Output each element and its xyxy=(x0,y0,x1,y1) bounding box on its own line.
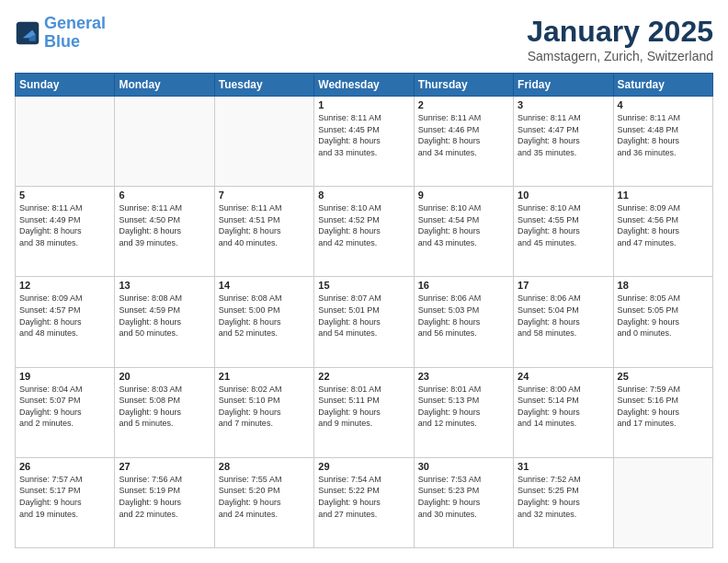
day-number: 2 xyxy=(418,99,509,110)
calendar-week-3: 19Sunrise: 8:04 AM Sunset: 5:07 PM Dayli… xyxy=(16,367,713,457)
day-info: Sunrise: 8:11 AM Sunset: 4:46 PM Dayligh… xyxy=(418,112,509,158)
day-header-friday: Friday xyxy=(514,74,613,97)
calendar-cell xyxy=(115,97,214,187)
day-number: 20 xyxy=(119,371,210,382)
day-info: Sunrise: 8:06 AM Sunset: 5:03 PM Dayligh… xyxy=(418,293,509,339)
calendar-cell: 29Sunrise: 7:54 AM Sunset: 5:22 PM Dayli… xyxy=(314,457,414,547)
calendar-cell: 9Sunrise: 8:10 AM Sunset: 4:54 PM Daylig… xyxy=(414,187,513,277)
calendar-cell: 12Sunrise: 8:09 AM Sunset: 4:57 PM Dayli… xyxy=(16,277,115,367)
calendar-cell xyxy=(214,97,313,187)
logo-general: General xyxy=(44,14,106,32)
day-header-monday: Monday xyxy=(115,74,214,97)
day-info: Sunrise: 8:10 AM Sunset: 4:55 PM Dayligh… xyxy=(518,202,609,248)
calendar-week-4: 26Sunrise: 7:57 AM Sunset: 5:17 PM Dayli… xyxy=(16,457,713,547)
day-header-tuesday: Tuesday xyxy=(214,74,313,97)
calendar-cell: 24Sunrise: 8:00 AM Sunset: 5:14 PM Dayli… xyxy=(514,367,613,457)
calendar-cell: 8Sunrise: 8:10 AM Sunset: 4:52 PM Daylig… xyxy=(314,187,414,277)
calendar-cell: 1Sunrise: 8:11 AM Sunset: 4:45 PM Daylig… xyxy=(314,97,414,187)
day-info: Sunrise: 7:55 AM Sunset: 5:20 PM Dayligh… xyxy=(219,474,310,520)
day-header-saturday: Saturday xyxy=(613,74,712,97)
calendar-cell: 14Sunrise: 8:08 AM Sunset: 5:00 PM Dayli… xyxy=(214,277,313,367)
calendar-cell: 17Sunrise: 8:06 AM Sunset: 5:04 PM Dayli… xyxy=(514,277,613,367)
calendar-cell: 11Sunrise: 8:09 AM Sunset: 4:56 PM Dayli… xyxy=(613,187,712,277)
logo-icon xyxy=(15,20,40,46)
calendar-cell: 22Sunrise: 8:01 AM Sunset: 5:11 PM Dayli… xyxy=(314,367,414,457)
calendar-table: SundayMondayTuesdayWednesdayThursdayFrid… xyxy=(15,73,713,548)
day-info: Sunrise: 8:01 AM Sunset: 5:11 PM Dayligh… xyxy=(318,384,409,430)
header: General Blue January 2025 Samstagern, Zu… xyxy=(15,15,713,63)
calendar-cell: 2Sunrise: 8:11 AM Sunset: 4:46 PM Daylig… xyxy=(414,97,513,187)
calendar-cell xyxy=(16,97,115,187)
calendar-week-1: 5Sunrise: 8:11 AM Sunset: 4:49 PM Daylig… xyxy=(16,187,713,277)
day-number: 23 xyxy=(418,371,509,382)
day-number: 14 xyxy=(219,280,310,291)
calendar-cell: 6Sunrise: 8:11 AM Sunset: 4:50 PM Daylig… xyxy=(115,187,214,277)
day-number: 27 xyxy=(119,461,210,472)
day-number: 9 xyxy=(418,190,509,201)
day-header-thursday: Thursday xyxy=(414,74,513,97)
day-info: Sunrise: 8:10 AM Sunset: 4:52 PM Dayligh… xyxy=(318,202,409,248)
day-number: 11 xyxy=(618,190,709,201)
day-header-sunday: Sunday xyxy=(16,74,115,97)
day-info: Sunrise: 8:06 AM Sunset: 5:04 PM Dayligh… xyxy=(518,293,609,339)
day-info: Sunrise: 8:11 AM Sunset: 4:45 PM Dayligh… xyxy=(318,112,409,158)
day-info: Sunrise: 8:03 AM Sunset: 5:08 PM Dayligh… xyxy=(119,384,210,430)
day-info: Sunrise: 8:11 AM Sunset: 4:50 PM Dayligh… xyxy=(119,202,210,248)
calendar-cell: 23Sunrise: 8:01 AM Sunset: 5:13 PM Dayli… xyxy=(414,367,513,457)
calendar-cell: 4Sunrise: 8:11 AM Sunset: 4:48 PM Daylig… xyxy=(613,97,712,187)
day-info: Sunrise: 8:08 AM Sunset: 4:59 PM Dayligh… xyxy=(119,293,210,339)
calendar-cell: 16Sunrise: 8:06 AM Sunset: 5:03 PM Dayli… xyxy=(414,277,513,367)
day-info: Sunrise: 8:08 AM Sunset: 5:00 PM Dayligh… xyxy=(219,293,310,339)
day-number: 8 xyxy=(318,190,409,201)
calendar-week-2: 12Sunrise: 8:09 AM Sunset: 4:57 PM Dayli… xyxy=(16,277,713,367)
logo: General Blue xyxy=(15,15,106,52)
calendar-cell: 28Sunrise: 7:55 AM Sunset: 5:20 PM Dayli… xyxy=(214,457,313,547)
day-info: Sunrise: 8:02 AM Sunset: 5:10 PM Dayligh… xyxy=(219,384,310,430)
day-info: Sunrise: 7:53 AM Sunset: 5:23 PM Dayligh… xyxy=(418,474,509,520)
day-number: 18 xyxy=(618,280,709,291)
title-block: January 2025 Samstagern, Zurich, Switzer… xyxy=(527,15,713,63)
calendar-week-0: 1Sunrise: 8:11 AM Sunset: 4:45 PM Daylig… xyxy=(16,97,713,187)
day-number: 4 xyxy=(618,99,709,110)
calendar-cell: 25Sunrise: 7:59 AM Sunset: 5:16 PM Dayli… xyxy=(613,367,712,457)
day-info: Sunrise: 7:57 AM Sunset: 5:17 PM Dayligh… xyxy=(19,474,110,520)
day-info: Sunrise: 7:56 AM Sunset: 5:19 PM Dayligh… xyxy=(119,474,210,520)
calendar-cell: 3Sunrise: 8:11 AM Sunset: 4:47 PM Daylig… xyxy=(514,97,613,187)
calendar-cell: 18Sunrise: 8:05 AM Sunset: 5:05 PM Dayli… xyxy=(613,277,712,367)
day-info: Sunrise: 8:11 AM Sunset: 4:48 PM Dayligh… xyxy=(618,112,709,158)
calendar-cell xyxy=(613,457,712,547)
day-info: Sunrise: 8:11 AM Sunset: 4:47 PM Dayligh… xyxy=(518,112,609,158)
calendar-cell: 19Sunrise: 8:04 AM Sunset: 5:07 PM Dayli… xyxy=(16,367,115,457)
page: General Blue January 2025 Samstagern, Zu… xyxy=(0,0,728,563)
calendar-cell: 10Sunrise: 8:10 AM Sunset: 4:55 PM Dayli… xyxy=(514,187,613,277)
calendar-cell: 30Sunrise: 7:53 AM Sunset: 5:23 PM Dayli… xyxy=(414,457,513,547)
day-info: Sunrise: 7:54 AM Sunset: 5:22 PM Dayligh… xyxy=(318,474,409,520)
day-number: 3 xyxy=(518,99,609,110)
calendar-cell: 21Sunrise: 8:02 AM Sunset: 5:10 PM Dayli… xyxy=(214,367,313,457)
day-number: 12 xyxy=(19,280,110,291)
day-number: 1 xyxy=(318,99,409,110)
day-header-wednesday: Wednesday xyxy=(314,74,414,97)
day-info: Sunrise: 8:11 AM Sunset: 4:49 PM Dayligh… xyxy=(19,202,110,248)
day-info: Sunrise: 8:04 AM Sunset: 5:07 PM Dayligh… xyxy=(19,384,110,430)
calendar-cell: 26Sunrise: 7:57 AM Sunset: 5:17 PM Dayli… xyxy=(16,457,115,547)
calendar-cell: 20Sunrise: 8:03 AM Sunset: 5:08 PM Dayli… xyxy=(115,367,214,457)
day-number: 16 xyxy=(418,280,509,291)
day-number: 21 xyxy=(219,371,310,382)
day-info: Sunrise: 8:11 AM Sunset: 4:51 PM Dayligh… xyxy=(219,202,310,248)
logo-text: General Blue xyxy=(44,15,106,52)
day-info: Sunrise: 8:10 AM Sunset: 4:54 PM Dayligh… xyxy=(418,202,509,248)
day-number: 30 xyxy=(418,461,509,472)
logo-blue: Blue xyxy=(44,33,106,52)
day-info: Sunrise: 8:05 AM Sunset: 5:05 PM Dayligh… xyxy=(618,293,709,339)
day-info: Sunrise: 8:09 AM Sunset: 4:56 PM Dayligh… xyxy=(618,202,709,248)
calendar-cell: 27Sunrise: 7:56 AM Sunset: 5:19 PM Dayli… xyxy=(115,457,214,547)
day-number: 25 xyxy=(618,371,709,382)
day-number: 19 xyxy=(19,371,110,382)
month-title: January 2025 xyxy=(527,15,713,49)
calendar-cell: 31Sunrise: 7:52 AM Sunset: 5:25 PM Dayli… xyxy=(514,457,613,547)
day-info: Sunrise: 8:09 AM Sunset: 4:57 PM Dayligh… xyxy=(19,293,110,339)
day-number: 13 xyxy=(119,280,210,291)
day-number: 10 xyxy=(518,190,609,201)
calendar-cell: 7Sunrise: 8:11 AM Sunset: 4:51 PM Daylig… xyxy=(214,187,313,277)
